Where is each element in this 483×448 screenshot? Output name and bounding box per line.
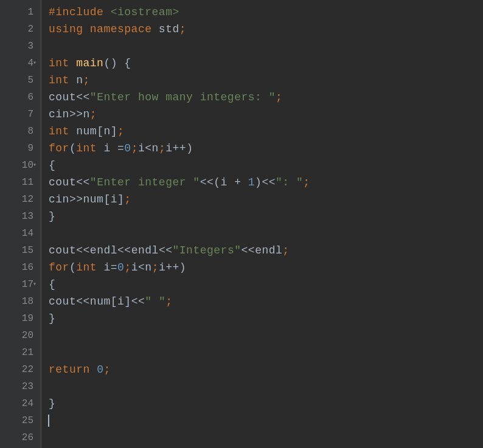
line-number: 17▾ <box>0 276 33 293</box>
line-number: 22 <box>0 361 33 378</box>
code-line: cout<<"Enter how many integers: "; <box>49 89 483 106</box>
code-line <box>49 412 483 429</box>
line-number: 24 <box>0 395 33 412</box>
code-line <box>49 378 483 395</box>
code-line: } <box>49 310 483 327</box>
gutter: 1 2 3 4▾ 5 6 7 8 9 10▾ 11 12 13 14 15 16… <box>0 0 41 448</box>
line-number: 16 <box>0 259 33 276</box>
code-line: using namespace std; <box>49 21 483 38</box>
code-line <box>49 38 483 55</box>
fold-arrow-icon[interactable]: ▾ <box>33 157 36 174</box>
code-line: cin>>num[i]; <box>49 191 483 208</box>
line-number: 26 <box>0 429 33 446</box>
code-line: return 0; <box>49 361 483 378</box>
line-number: 2 <box>0 21 33 38</box>
code-line: } <box>49 395 483 412</box>
line-number: 15 <box>0 242 33 259</box>
line-number: 4▾ <box>0 55 33 72</box>
line-number: 19 <box>0 310 33 327</box>
code-line <box>49 225 483 242</box>
code-line: #include <iostream> <box>49 4 483 21</box>
line-number: 14 <box>0 225 33 242</box>
code-line: int num[n]; <box>49 123 483 140</box>
line-number: 11 <box>0 174 33 191</box>
fold-arrow-icon[interactable]: ▾ <box>33 276 36 293</box>
code-line: for(int i =0;i<n;i++) <box>49 140 483 157</box>
line-number: 25 <box>0 412 33 429</box>
code-line: for(int i=0;i<n;i++) <box>49 259 483 276</box>
line-number: 9 <box>0 140 33 157</box>
line-number: 10▾ <box>0 157 33 174</box>
cursor-icon <box>48 415 49 427</box>
line-number: 1 <box>0 4 33 21</box>
line-number: 6 <box>0 89 33 106</box>
code-line: } <box>49 208 483 225</box>
line-number: 8 <box>0 123 33 140</box>
code-line: cin>>n; <box>49 106 483 123</box>
code-line: { <box>49 157 483 174</box>
code-editor[interactable]: 1 2 3 4▾ 5 6 7 8 9 10▾ 11 12 13 14 15 16… <box>0 0 483 448</box>
line-number: 3 <box>0 38 33 55</box>
line-number: 18 <box>0 293 33 310</box>
code-area[interactable]: #include <iostream> using namespace std;… <box>41 0 483 448</box>
code-line: cout<<"Enter integer "<<(i + 1)<<": "; <box>49 174 483 191</box>
line-number: 23 <box>0 378 33 395</box>
code-line <box>49 327 483 344</box>
code-line: int main() { <box>49 55 483 72</box>
line-number: 21 <box>0 344 33 361</box>
line-number: 5 <box>0 72 33 89</box>
code-line: int n; <box>49 72 483 89</box>
line-number: 7 <box>0 106 33 123</box>
code-line <box>49 429 483 446</box>
code-line: { <box>49 276 483 293</box>
line-number: 13 <box>0 208 33 225</box>
line-number: 12 <box>0 191 33 208</box>
code-line: cout<<num[i]<<" "; <box>49 293 483 310</box>
code-line: cout<<endl<<endl<<"Integers"<<endl; <box>49 242 483 259</box>
code-line <box>49 344 483 361</box>
fold-arrow-icon[interactable]: ▾ <box>33 55 36 72</box>
line-number: 20 <box>0 327 33 344</box>
